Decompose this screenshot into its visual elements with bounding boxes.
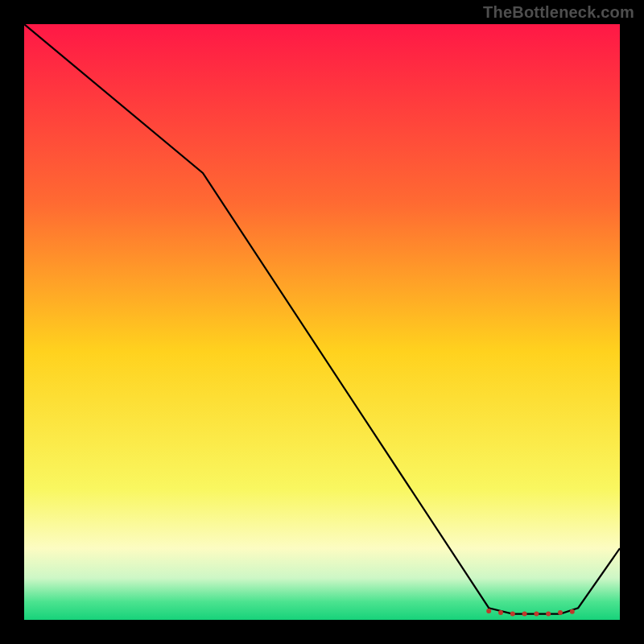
marker-dot xyxy=(546,612,551,617)
marker-dot xyxy=(570,609,575,614)
bottleneck-chart xyxy=(24,24,620,620)
marker-dot xyxy=(534,612,539,617)
chart-background xyxy=(24,24,620,620)
marker-dot xyxy=(522,612,527,617)
attribution-text: TheBottleneck.com xyxy=(483,3,634,22)
marker-dot xyxy=(486,609,491,613)
marker-dot xyxy=(558,610,563,615)
marker-dot xyxy=(498,610,503,615)
chart-svg xyxy=(24,24,620,620)
marker-dot xyxy=(510,612,515,617)
